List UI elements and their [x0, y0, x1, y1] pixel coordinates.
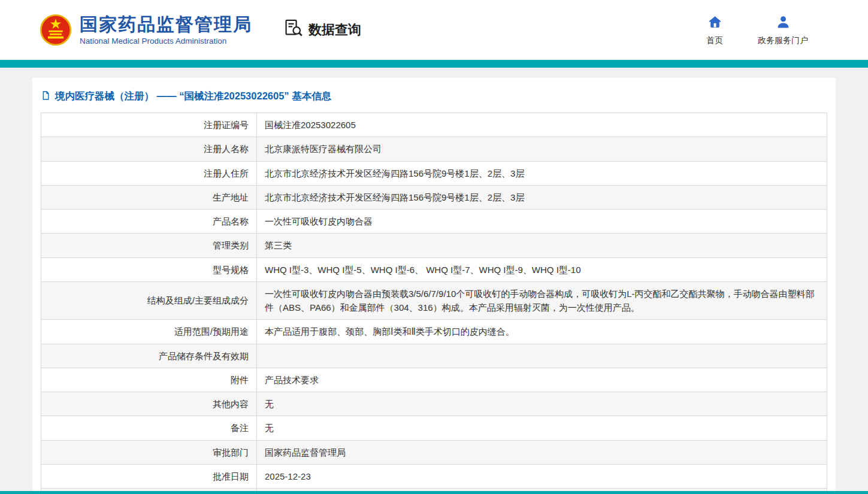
table-row-value: 产品技术要求 [257, 368, 827, 392]
nav-portal-label: 政务服务门户 [758, 35, 808, 46]
table-row-value: 一次性可吸收钉皮内吻合器 [257, 210, 827, 234]
table-row-label: 生产地址 [41, 185, 257, 209]
table-row: 适用范围/预期用途 本产品适用于腹部、颈部、胸部Ⅰ类和Ⅱ类手术切口的皮内缝合。 [41, 320, 827, 344]
table-row: 注册人住所 北京市北京经济技术开发区经海四路156号院9号楼1层、2层、3层 [41, 161, 827, 185]
table-row: 产品储存条件及有效期 [41, 344, 827, 368]
table-row-value [257, 344, 827, 368]
table-row-label: 其他内容 [41, 392, 257, 416]
table-row-value: 北京康派特医疗器械有限公司 [257, 137, 827, 161]
site-title: 国家药品监督管理局 [80, 14, 252, 35]
page-title-text: 境内医疗器械（注册） —— “国械注准20253022605” 基本信息 [55, 90, 331, 103]
nav-home-label: 首页 [706, 35, 723, 46]
header-accent-bar [0, 60, 868, 68]
top-nav: 首页 政务服务门户 [706, 14, 808, 46]
info-table-body: 注册证编号 国械注准20253022605 注册人名称 北京康派特医疗器械有限公… [41, 113, 827, 494]
table-row-value: 第三类 [257, 234, 827, 257]
table-row-label: 注册人住所 [41, 161, 257, 185]
table-row-value: 2025-12-23 [257, 464, 827, 488]
table-row-value: 一次性可吸收钉皮内吻合器由预装载3/5/6/7/9/10个可吸收钉的手动吻合器构… [257, 281, 827, 320]
table-row-value: 本产品适用于腹部、颈部、胸部Ⅰ类和Ⅱ类手术切口的皮内缝合。 [257, 320, 827, 344]
table-row: 产品名称 一次性可吸收钉皮内吻合器 [41, 210, 827, 234]
table-row-label: 附件 [41, 368, 257, 392]
table-row-label: 产品名称 [41, 210, 257, 234]
national-emblem-icon [40, 14, 72, 46]
table-row: 批准日期 2025-12-23 [41, 464, 827, 488]
table-row-label: 产品储存条件及有效期 [41, 344, 257, 368]
nav-portal[interactable]: 政务服务门户 [758, 14, 808, 46]
home-icon [707, 14, 722, 31]
table-row-value: 无 [257, 392, 827, 416]
table-row-label: 结构及组成/主要组成成分 [41, 281, 257, 320]
table-row: 结构及组成/主要组成成分 一次性可吸收钉皮内吻合器由预装载3/5/6/7/9/1… [41, 281, 827, 320]
table-row-label: 注册人名称 [41, 137, 257, 161]
table-row-value: 北京市北京经济技术开发区经海四路156号院9号楼1层、2层、3层 [257, 161, 827, 185]
footer-accent-bar [0, 491, 868, 494]
content-card: 境内医疗器械（注册） —— “国械注准20253022605” 基本信息 注册证… [32, 78, 836, 494]
info-table: 注册证编号 国械注准20253022605 注册人名称 北京康派特医疗器械有限公… [41, 113, 827, 494]
table-row: 备注 无 [41, 416, 827, 440]
table-row: 注册证编号 国械注准20253022605 [41, 113, 827, 137]
table-row: 注册人名称 北京康派特医疗器械有限公司 [41, 137, 827, 161]
table-row-label: 型号规格 [41, 257, 257, 281]
table-row: 型号规格 WHQ I型-3、WHQ I型-5、WHQ I型-6、 WHQ I型-… [41, 257, 827, 281]
table-row-label: 管理类别 [41, 234, 257, 257]
table-row: 审批部门 国家药品监督管理局 [41, 440, 827, 464]
table-row: 生产地址 北京市北京经济技术开发区经海四路156号院9号楼1层、2层、3层 [41, 185, 827, 209]
table-row-value: 无 [257, 416, 827, 440]
table-row-label: 备注 [41, 416, 257, 440]
table-row-label: 注册证编号 [41, 113, 257, 137]
table-row: 附件 产品技术要求 [41, 368, 827, 392]
table-row-label: 批准日期 [41, 464, 257, 488]
table-row: 管理类别 第三类 [41, 234, 827, 257]
table-row-value: 北京市北京经济技术开发区经海四路156号院9号楼1层、2层、3层 [257, 185, 827, 209]
user-icon [776, 14, 791, 31]
brand-logo[interactable]: 国家药品监督管理局 National Medical Products Admi… [40, 14, 252, 46]
data-query-label: 数据查询 [309, 21, 361, 39]
document-icon [41, 90, 51, 103]
table-row: 其他内容 无 [41, 392, 827, 416]
table-row-label: 适用范围/预期用途 [41, 320, 257, 344]
table-row-value: 国家药品监督管理局 [257, 440, 827, 464]
document-search-icon [283, 18, 304, 42]
nav-home[interactable]: 首页 [706, 14, 723, 46]
table-row-value: 国械注准20253022605 [257, 113, 827, 137]
table-row-label: 审批部门 [41, 440, 257, 464]
site-subtitle: National Medical Products Administration [80, 37, 252, 46]
data-query-heading: 数据查询 [283, 18, 361, 42]
site-header: 国家药品监督管理局 National Medical Products Admi… [0, 0, 868, 60]
table-row-value: WHQ I型-3、WHQ I型-5、WHQ I型-6、 WHQ I型-7、WHQ… [257, 257, 827, 281]
brand-text: 国家药品监督管理局 National Medical Products Admi… [80, 14, 252, 46]
page-title: 境内医疗器械（注册） —— “国械注准20253022605” 基本信息 [41, 84, 827, 113]
